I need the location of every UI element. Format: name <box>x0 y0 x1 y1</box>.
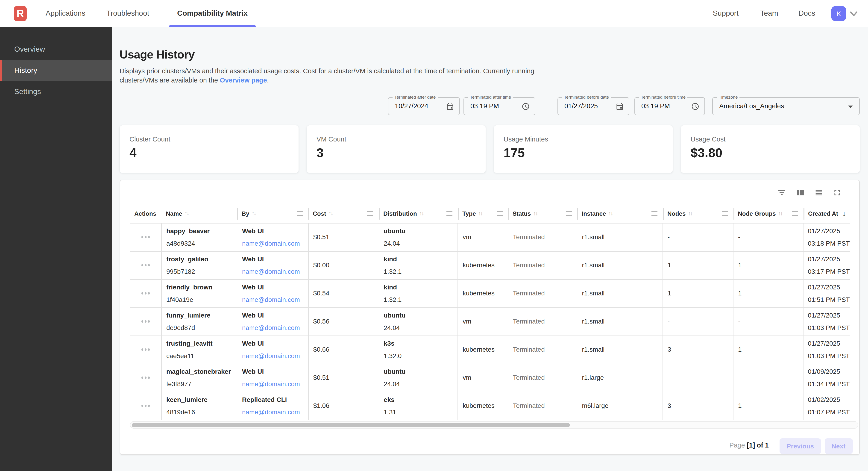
calendar-icon[interactable] <box>446 102 454 111</box>
sort-arrows-icon[interactable]: ↑↓ <box>419 210 423 217</box>
column-menu-icon[interactable] <box>722 211 728 216</box>
column-header-name[interactable]: Name↑↓ <box>162 204 238 223</box>
clock-icon[interactable] <box>522 102 530 111</box>
filter-terminated-before-date[interactable]: Terminated before date 01/27/2025 <box>557 97 629 115</box>
cell-by: Web UIname@domain.com <box>238 252 309 279</box>
email-link[interactable]: name@domain.com <box>242 379 308 389</box>
column-menu-icon[interactable] <box>565 211 571 216</box>
email-link[interactable]: name@domain.com <box>242 351 308 361</box>
email-link[interactable]: name@domain.com <box>242 294 308 305</box>
nav-item-troubleshoot[interactable]: Troubleshoot <box>106 0 149 27</box>
filter-timezone-select[interactable]: Timezone America/Los_Angeles <box>712 97 860 115</box>
cell-cost: $0.66 <box>309 336 379 363</box>
sort-arrows-icon[interactable]: ↑↓ <box>533 210 537 217</box>
row-actions-button[interactable] <box>130 252 162 279</box>
sort-arrows-icon[interactable]: ↑↓ <box>609 210 612 217</box>
email-link[interactable]: name@domain.com <box>242 322 308 333</box>
nav-item-team[interactable]: Team <box>760 0 778 27</box>
row-actions-button[interactable] <box>130 336 162 363</box>
sort-arrows-icon[interactable]: ↑↓ <box>185 210 188 217</box>
sidebar-active-accent <box>0 60 2 81</box>
cell-distribution: eks1.31 <box>379 392 458 420</box>
column-menu-icon[interactable] <box>496 211 502 216</box>
sidebar-item-history[interactable]: History <box>0 60 112 81</box>
previous-page-button[interactable]: Previous <box>779 438 821 454</box>
email-link[interactable]: name@domain.com <box>242 266 308 276</box>
avatar[interactable]: K <box>831 6 846 21</box>
column-menu-icon[interactable] <box>446 211 452 216</box>
ellipsis-icon <box>142 405 150 407</box>
chevron-down-icon[interactable] <box>849 9 859 19</box>
fullscreen-icon[interactable] <box>833 188 842 197</box>
cell-by: Web UIname@domain.com <box>238 223 309 251</box>
column-header-node-groups[interactable]: Node Groups↑↓ <box>734 204 804 223</box>
cell-name: trusting_leavittcae5ea11 <box>162 336 238 363</box>
nav-item-support[interactable]: Support <box>713 0 739 27</box>
filter-terminated-after-date[interactable]: Terminated after date 10/27/2024 <box>388 97 460 115</box>
cell-nodes: 1 <box>663 279 734 307</box>
stat-card-cluster-count: Cluster Count 4 <box>120 125 299 173</box>
top-nav: R Applications Troubleshoot Compatibilit… <box>0 0 868 27</box>
sidebar-item-overview[interactable]: Overview <box>0 39 112 60</box>
column-menu-icon[interactable] <box>651 211 657 216</box>
sort-arrows-icon[interactable]: ↑↓ <box>688 210 692 217</box>
cell-status: Terminated <box>508 223 577 251</box>
cell-instance: m6i.large <box>577 392 663 420</box>
clock-icon[interactable] <box>691 102 700 111</box>
sidebar-item-label: Overview <box>14 46 45 54</box>
sort-arrows-icon[interactable]: ↑↓ <box>778 210 782 217</box>
column-header-nodes[interactable]: Nodes↑↓ <box>663 204 734 223</box>
cell-created-at: 01/27/202503:18 PM PST <box>804 223 850 251</box>
sidebar-item-label: Settings <box>14 88 41 96</box>
ellipsis-icon <box>142 236 150 238</box>
sort-arrows-icon[interactable]: ↑↓ <box>478 210 482 217</box>
calendar-icon[interactable] <box>616 102 624 111</box>
row-actions-button[interactable] <box>130 392 162 420</box>
next-page-button[interactable]: Next <box>825 438 852 454</box>
column-header-type[interactable]: Type↑↓ <box>458 204 508 223</box>
column-header-distribution[interactable]: Distribution↑↓ <box>379 204 458 223</box>
horizontal-scrollbar-thumb[interactable] <box>131 423 570 427</box>
column-menu-icon[interactable] <box>297 211 303 216</box>
cell-cost: $1.06 <box>309 392 379 420</box>
column-header-status[interactable]: Status↑↓ <box>508 204 578 223</box>
row-actions-button[interactable] <box>130 279 162 307</box>
cell-type: vm <box>458 223 508 251</box>
nav-item-compatibility-matrix[interactable]: Compatibility Matrix <box>169 0 256 27</box>
nav-item-docs[interactable]: Docs <box>799 0 815 27</box>
density-icon[interactable] <box>814 188 823 197</box>
horizontal-scrollbar-track[interactable] <box>130 421 858 429</box>
cell-distribution: ubuntu24.04 <box>379 307 458 335</box>
filter-terminated-before-time[interactable]: Terminated before time 03:19 PM <box>634 97 705 115</box>
sort-desc-icon[interactable]: ↓ <box>842 209 846 218</box>
sidebar-item-settings[interactable]: Settings <box>0 81 112 102</box>
row-actions-button[interactable] <box>130 307 162 335</box>
table-row: frosty_galileo995b7182Web UIname@domain.… <box>130 252 850 279</box>
column-menu-icon[interactable] <box>792 211 798 216</box>
column-header-by[interactable]: By↑↓ <box>238 204 309 223</box>
cell-instance: r1.small <box>577 279 663 307</box>
filter-terminated-after-time[interactable]: Terminated after time 03:19 PM <box>464 97 535 115</box>
nav-item-applications[interactable]: Applications <box>45 0 86 27</box>
sort-arrows-icon[interactable]: ↑↓ <box>252 210 255 217</box>
row-actions-button[interactable] <box>130 223 162 251</box>
sort-arrows-icon[interactable]: ↑↓ <box>329 210 333 217</box>
row-actions-button[interactable] <box>130 364 162 391</box>
column-header-cost[interactable]: Cost↑↓ <box>309 204 379 223</box>
column-header-instance[interactable]: Instance↑↓ <box>578 204 663 223</box>
overview-page-link[interactable]: Overview page <box>220 77 267 84</box>
cell-cost: $0.54 <box>309 279 379 307</box>
usage-table-panel: ActionsName↑↓By↑↓Cost↑↓Distribution↑↓Typ… <box>120 179 860 454</box>
email-link[interactable]: name@domain.com <box>242 407 308 417</box>
column-header-created-at[interactable]: Created At↓ <box>804 204 850 223</box>
cell-type: vm <box>458 307 508 335</box>
brand-logo[interactable]: R <box>14 6 27 21</box>
column-menu-icon[interactable] <box>367 211 373 216</box>
cell-status: Terminated <box>508 392 577 420</box>
email-link[interactable]: name@domain.com <box>242 238 308 248</box>
column-header-actions[interactable]: Actions <box>130 204 162 223</box>
columns-icon[interactable] <box>796 188 805 197</box>
filter-list-icon[interactable] <box>777 188 786 197</box>
table-header-row: ActionsName↑↓By↑↓Cost↑↓Distribution↑↓Typ… <box>130 204 850 223</box>
table-row: trusting_leavittcae5ea11Web UIname@domai… <box>130 336 850 364</box>
